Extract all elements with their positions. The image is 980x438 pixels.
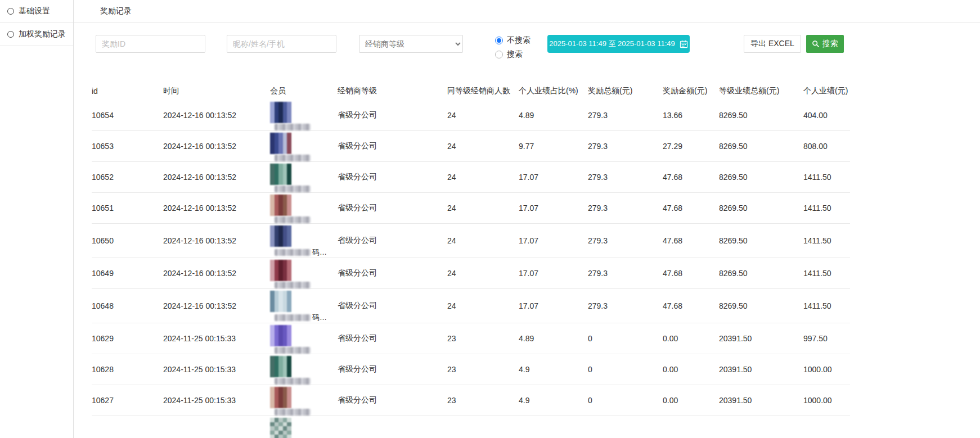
sidebar-item-basic-settings[interactable]: 基础设置: [0, 0, 73, 23]
member-avatar: [270, 387, 291, 408]
table-row: 10650 2024-12-16 00:13:52 码… 省级分公司 24 17…: [92, 224, 850, 258]
table-row: 10648 2024-12-16 00:13:52 码… 省级分公司 24 17…: [92, 289, 850, 323]
cell-reward-amount: 47.68: [663, 162, 719, 193]
member-name-suffix: 码…: [312, 247, 327, 258]
member-avatar: [270, 195, 291, 216]
cell-time: 2024-11-25 00:15:33: [163, 323, 270, 354]
radio-no-search-label: 不搜索: [507, 35, 531, 46]
cell-member: [270, 131, 338, 162]
cell-member: 码…: [270, 289, 338, 323]
sidebar-item-weighted-reward-records[interactable]: 加权奖励记录: [0, 23, 73, 46]
cell-reward-amount: 27.29: [663, 131, 719, 162]
table-body: 10654 2024-12-16 00:13:52 省级分公司 24 4.89 …: [92, 100, 850, 438]
cell-level-total: 8269.50: [719, 162, 803, 193]
cell-reward-total: 0: [588, 354, 663, 385]
column-header-dealer-level: 经销商等级: [338, 82, 447, 100]
cell-time: 2024-12-16 00:13:52: [163, 193, 270, 224]
nickname-input[interactable]: [227, 35, 336, 53]
member-avatar: [270, 102, 291, 123]
cell-reward-amount: 0.00: [663, 354, 719, 385]
member-name-blurred: [275, 216, 311, 223]
member-name-blurred: [275, 347, 311, 354]
cell-same-level-count: 24: [447, 224, 519, 258]
cell-member: [270, 416, 338, 438]
cell-member: 码…: [270, 224, 338, 258]
sidebar-item-label: 基础设置: [19, 6, 50, 16]
radio-unselected-icon[interactable]: [495, 51, 503, 58]
date-range-button[interactable]: 2025-01-03 11:49 至 2025-01-03 11:49: [547, 35, 690, 53]
cell-time: 2024-12-16 00:13:52: [163, 224, 270, 258]
member-avatar: [270, 418, 291, 438]
radio-search[interactable]: 搜索: [495, 49, 531, 60]
cell-personal-ratio: 17.07: [519, 162, 588, 193]
cell-id: [92, 416, 163, 438]
cell-personal-performance: 1411.50: [803, 162, 850, 193]
cell-reward-total: 279.3: [588, 193, 663, 224]
member-avatar: [270, 356, 291, 377]
member-name-blurred: [275, 186, 311, 192]
cell-time: 2024-11-25 00:15:33: [163, 354, 270, 385]
calendar-icon: [680, 40, 688, 48]
cell-reward-total: 279.3: [588, 289, 663, 323]
cell-member: [270, 258, 338, 289]
cell-reward-amount: 47.68: [663, 224, 719, 258]
cell-level-total: 20391.50: [719, 385, 803, 416]
cell-reward-amount: 0.00: [663, 385, 719, 416]
member-name-row: 码…: [270, 313, 338, 323]
reward-id-input[interactable]: [96, 35, 205, 53]
cell-same-level-count: 24: [447, 258, 519, 289]
cell-personal-performance: 1411.50: [803, 224, 850, 258]
cell-personal-ratio: 17.07: [519, 289, 588, 323]
cell-reward-total: 279.3: [588, 224, 663, 258]
search-mode-radio-group: 不搜索 搜索: [495, 35, 531, 60]
table-row: 10651 2024-12-16 00:13:52 省级分公司 24 17.07…: [92, 193, 850, 224]
cell-same-level-count: 24: [447, 131, 519, 162]
member-avatar: [270, 164, 291, 185]
cell-dealer-level: 省级分公司: [338, 289, 447, 323]
member-name-row: [270, 155, 338, 161]
cell-reward-total: [588, 416, 663, 438]
member-name-blurred: [275, 409, 311, 416]
cell-time: 2024-12-16 00:13:52: [163, 100, 270, 131]
sidebar-item-label: 加权奖励记录: [19, 29, 66, 39]
cell-dealer-level: 省级分公司: [338, 385, 447, 416]
cell-id: 10628: [92, 354, 163, 385]
cell-personal-ratio: 4.89: [519, 323, 588, 354]
cell-level-total: 20391.50: [719, 323, 803, 354]
cell-level-total: 20391.50: [719, 354, 803, 385]
table-row: 10629 2024-11-25 00:15:33 省级分公司 23 4.89 …: [92, 323, 850, 354]
cell-level-total: 8269.50: [719, 224, 803, 258]
cell-personal-performance: 1411.50: [803, 258, 850, 289]
cell-level-total: 8269.50: [719, 193, 803, 224]
radio-selected-icon[interactable]: [495, 37, 503, 44]
member-name-suffix: 码…: [312, 313, 327, 323]
circle-icon: [7, 31, 14, 38]
search-button[interactable]: 搜索: [806, 35, 844, 53]
cell-dealer-level: 省级分公司: [338, 354, 447, 385]
cell-dealer-level: 省级分公司: [338, 100, 447, 131]
member-name-row: 码…: [270, 247, 338, 258]
dealer-level-select[interactable]: 经销商等级: [359, 35, 463, 53]
export-excel-button[interactable]: 导出 EXCEL: [744, 35, 801, 53]
cell-reward-amount: 13.66: [663, 100, 719, 131]
cell-personal-performance: 997.50: [803, 323, 850, 354]
cell-reward-total: 279.3: [588, 131, 663, 162]
cell-personal-performance: 808.00: [803, 131, 850, 162]
cell-id: 10652: [92, 162, 163, 193]
cell-time: 2024-12-16 00:13:52: [163, 258, 270, 289]
cell-id: 10654: [92, 100, 163, 131]
cell-level-total: 8269.50: [719, 289, 803, 323]
cell-same-level-count: 24: [447, 162, 519, 193]
cell-dealer-level: 省级分公司: [338, 131, 447, 162]
cell-reward-amount: 0.00: [663, 323, 719, 354]
table-row: 10654 2024-12-16 00:13:52 省级分公司 24 4.89 …: [92, 100, 850, 131]
cell-id: 10651: [92, 193, 163, 224]
member-avatar: [270, 133, 291, 154]
cell-member: [270, 354, 338, 385]
column-header-personal-performance: 个人业绩(元): [803, 82, 850, 100]
radio-no-search[interactable]: 不搜索: [495, 35, 531, 46]
cell-personal-ratio: [519, 416, 588, 438]
column-header-time: 时间: [163, 82, 270, 100]
table-row: 10649 2024-12-16 00:13:52 省级分公司 24 17.07…: [92, 258, 850, 289]
radio-search-label: 搜索: [507, 49, 523, 60]
